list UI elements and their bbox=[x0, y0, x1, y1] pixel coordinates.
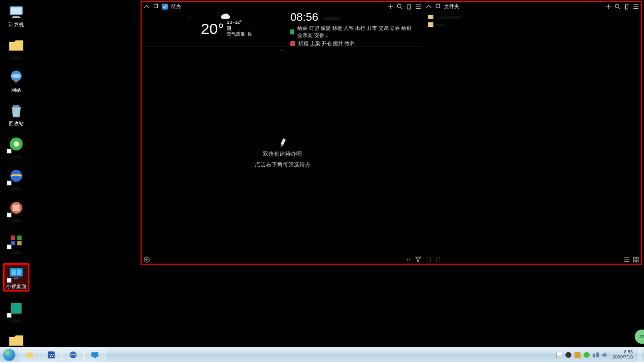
taskbar: W 8:56 2020/7/10 bbox=[0, 347, 644, 362]
tray-app-icon-1[interactable] bbox=[565, 351, 572, 358]
svg-rect-41 bbox=[574, 352, 581, 358]
taskbar-word[interactable]: W bbox=[41, 348, 62, 361]
tray-flag-icon[interactable] bbox=[556, 351, 563, 358]
menu-icon[interactable] bbox=[633, 4, 639, 10]
folder-titlebar: 文件夹 bbox=[424, 2, 641, 11]
folder-item-label: --------------- bbox=[436, 14, 462, 20]
svg-text:T: T bbox=[406, 258, 409, 262]
folder-item[interactable]: ----- bbox=[428, 22, 637, 27]
desktop-icon-ie[interactable]: ------ bbox=[3, 167, 29, 191]
tray-network-icon[interactable] bbox=[592, 351, 599, 358]
desktop-icon-label: 小智桌面 bbox=[6, 283, 26, 290]
list-view-icon[interactable] bbox=[624, 257, 630, 263]
search-icon[interactable] bbox=[615, 4, 621, 10]
svg-rect-33 bbox=[636, 260, 638, 262]
add-circle-icon[interactable] bbox=[144, 257, 150, 263]
desktop-icon-app-3[interactable]: ------ bbox=[3, 300, 29, 323]
chevron-up-icon[interactable] bbox=[144, 4, 150, 10]
tray-app-icon-2[interactable] bbox=[574, 351, 581, 358]
desktop-icon-label: 网络 bbox=[11, 87, 21, 94]
taskbar-explorer[interactable] bbox=[19, 348, 40, 361]
taskbar-ie[interactable] bbox=[62, 348, 84, 361]
desktop-icon-network[interactable]: 网络 bbox=[3, 68, 29, 94]
pin-icon[interactable] bbox=[435, 4, 441, 10]
show-desktop-button[interactable] bbox=[637, 347, 642, 363]
widget-frame: 待办 -- 20° 23~32° 阴 空气质量: 良 bbox=[141, 1, 642, 265]
weather-city: -- bbox=[187, 14, 191, 20]
desktop-icon-app-2[interactable]: ------ bbox=[3, 231, 29, 255]
sort-icon[interactable] bbox=[435, 257, 441, 263]
folder-footer bbox=[424, 256, 641, 264]
tray-app-icon-3[interactable] bbox=[583, 351, 590, 358]
floating-bubble[interactable]: 33 bbox=[635, 330, 644, 344]
almanac-suit-text: 纳采 订盟 嫁娶 移徙 入宅 出行 开市 交易 立券 纳财 会亲友 安香... bbox=[297, 25, 418, 39]
todo-empty-state[interactable]: 双击创建待办吧 点击右下角可筛选待办 bbox=[142, 52, 423, 256]
weather-cond: 阴 bbox=[227, 26, 252, 32]
svg-point-8 bbox=[14, 141, 19, 147]
cloud-icon bbox=[220, 13, 230, 22]
weather-air: 空气质量: 良 bbox=[227, 31, 252, 38]
desktop-icon-recycle[interactable]: 回收站 bbox=[3, 102, 29, 127]
todo-pane: 待办 -- 20° 23~32° 阴 空气质量: 良 bbox=[142, 2, 424, 264]
clock-date: ------- bbox=[323, 14, 340, 22]
folder-pane: 文件夹 --------------- ----- bbox=[424, 2, 641, 264]
desktop-icon-folder-1[interactable]: ------ bbox=[3, 37, 29, 60]
desktop-icon-computer[interactable]: 计算机 bbox=[3, 3, 29, 28]
pencil-icon bbox=[277, 138, 288, 149]
weather-temp: 20° bbox=[201, 20, 224, 38]
weather-meta: 23~32° 阴 空气质量: 良 bbox=[227, 20, 252, 38]
svg-rect-15 bbox=[17, 241, 22, 245]
tray-volume-icon[interactable] bbox=[601, 351, 608, 358]
text-size-icon[interactable]: TT bbox=[406, 257, 412, 263]
folder-icon bbox=[428, 15, 433, 19]
svg-rect-20 bbox=[11, 303, 21, 313]
svg-rect-19 bbox=[14, 278, 19, 279]
svg-rect-2 bbox=[13, 16, 20, 17]
svg-rect-11 bbox=[13, 205, 20, 211]
svg-rect-32 bbox=[633, 260, 635, 262]
svg-rect-29 bbox=[427, 257, 430, 262]
svg-rect-22 bbox=[162, 4, 168, 10]
desktop-icon-label: 回收站 bbox=[9, 120, 24, 127]
menu-icon[interactable] bbox=[415, 4, 421, 10]
search-icon[interactable] bbox=[397, 4, 403, 10]
weather-range: 23~32° bbox=[227, 20, 252, 26]
todo-app-icon bbox=[162, 4, 168, 10]
svg-rect-17 bbox=[11, 270, 16, 275]
chevron-up-icon[interactable] bbox=[426, 4, 432, 10]
plus-icon[interactable] bbox=[388, 4, 394, 10]
desktop-icon-label: ------ bbox=[11, 218, 21, 223]
desktop-icon-label: ------ bbox=[11, 186, 21, 191]
filter-icon[interactable] bbox=[415, 257, 421, 263]
grid-view-icon[interactable] bbox=[633, 257, 639, 263]
pin-icon[interactable] bbox=[153, 4, 159, 10]
desktop-icon-app-1[interactable]: ------ bbox=[3, 199, 29, 223]
time-block[interactable]: 08:56 ------- 纳采 订盟 嫁娶 移徙 入宅 出行 开市 交易 立券… bbox=[281, 11, 423, 46]
clipboard-icon[interactable] bbox=[426, 257, 432, 263]
empty-line-1: 双击创建待办吧 bbox=[263, 150, 302, 158]
tray-clock[interactable]: 8:56 2020/7/10 bbox=[611, 350, 635, 360]
weather-block[interactable]: -- 20° 23~32° 阴 空气质量: 良 bbox=[142, 11, 281, 46]
todo-footer: TT bbox=[142, 256, 423, 264]
clock-time: 08:56 bbox=[290, 11, 318, 24]
svg-rect-30 bbox=[633, 257, 635, 259]
desktop-icon-xiaozhi[interactable]: 小智桌面 bbox=[3, 263, 29, 292]
folder-item[interactable]: --------------- bbox=[428, 14, 637, 20]
svg-point-42 bbox=[584, 352, 590, 358]
svg-rect-6 bbox=[13, 105, 20, 107]
desktop-icon-browser-360[interactable]: ------ bbox=[3, 135, 29, 159]
svg-rect-1 bbox=[11, 8, 21, 14]
collapse-caret[interactable]: ︿ bbox=[142, 47, 423, 52]
plus-icon[interactable] bbox=[605, 4, 612, 10]
svg-point-23 bbox=[397, 4, 401, 8]
empty-line-2: 点击右下角可筛选待办 bbox=[255, 161, 311, 168]
start-button[interactable] bbox=[0, 347, 18, 363]
taskbar-xiaozhi[interactable] bbox=[84, 348, 106, 361]
avoid-dot-icon bbox=[290, 41, 295, 46]
svg-rect-18 bbox=[17, 270, 21, 275]
trash-icon[interactable] bbox=[624, 4, 630, 10]
svg-rect-21 bbox=[154, 4, 157, 8]
folder-title: 文件夹 bbox=[444, 3, 459, 10]
trash-icon[interactable] bbox=[406, 4, 412, 10]
desktop-icon-label: ------ bbox=[11, 55, 21, 60]
